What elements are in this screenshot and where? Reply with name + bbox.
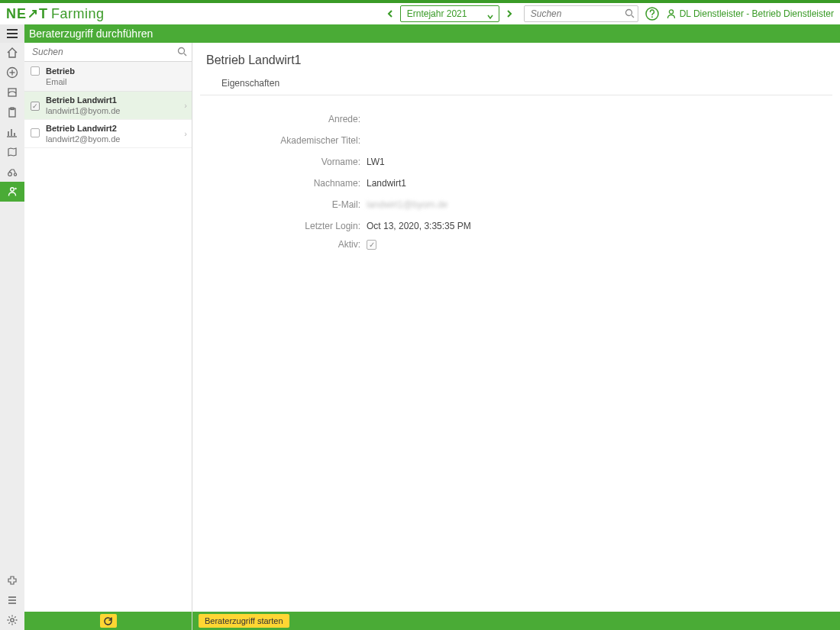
nav-machinery-icon[interactable] <box>0 162 24 182</box>
menu-toggle-button[interactable] <box>0 24 24 43</box>
refresh-button[interactable] <box>100 614 117 628</box>
year-select-label: Erntejahr 2021 <box>407 6 467 21</box>
label-vorname: Vorname: <box>206 157 367 167</box>
value-email: landwirt1@byom.de <box>367 199 447 210</box>
year-navigation: Erntejahr 2021 <box>383 5 516 22</box>
label-email: E-Mail: <box>206 199 367 210</box>
list-header-secondary: Email <box>46 77 75 86</box>
label-aktiv: Aktiv: <box>206 239 367 250</box>
svg-line-1 <box>632 15 634 18</box>
nav-field-icon[interactable] <box>0 82 24 102</box>
row-name: Betrieb Landwirt2 <box>46 124 120 133</box>
row-email: landwirt2@byom.de <box>46 134 120 144</box>
nav-chart-icon[interactable] <box>0 122 24 142</box>
list-search <box>24 43 192 62</box>
nav-clipboard-icon[interactable] <box>0 102 24 122</box>
nav-add-icon[interactable] <box>0 63 24 82</box>
value-nachname: Landwirt1 <box>367 178 406 189</box>
list-row[interactable]: Betrieb Landwirt2 landwirt2@byom.de › <box>24 120 192 148</box>
detail-title: Betrieb Landwirt1 <box>192 43 840 73</box>
year-select[interactable]: Erntejahr 2021 <box>400 5 499 22</box>
list-footer <box>24 612 192 630</box>
list-header: Betrieb Email <box>24 62 192 92</box>
label-nachname: Nachname: <box>206 178 367 189</box>
chevron-right-icon: › <box>184 129 187 138</box>
start-advisor-button[interactable]: Beraterzugriff starten <box>199 614 289 628</box>
user-menu[interactable]: DL Dienstleister - Betrieb Dienstleister <box>666 8 834 19</box>
list-panel: Betrieb Email Betrieb Landwirt1 landwirt… <box>24 43 192 630</box>
search-icon <box>625 8 635 21</box>
row-checkbox[interactable] <box>31 102 40 111</box>
svg-point-25 <box>11 619 14 622</box>
row-email: landwirt1@byom.de <box>46 106 120 115</box>
svg-point-19 <box>14 173 16 176</box>
label-titel: Akademischer Titel: <box>206 135 367 146</box>
svg-point-4 <box>669 10 673 14</box>
select-all-checkbox[interactable] <box>31 66 40 76</box>
active-checkbox <box>367 240 376 250</box>
label-anrede: Anrede: <box>206 114 367 124</box>
list-search-input[interactable] <box>24 43 192 61</box>
brand-text-2: T <box>39 6 48 22</box>
detail-panel: Betrieb Landwirt1 Eigenschaften Anrede: … <box>192 43 840 630</box>
value-vorname: LW1 <box>367 157 385 167</box>
global-search <box>524 5 638 22</box>
value-login: Oct 13, 2020, 3:35:35 PM <box>367 221 471 231</box>
nav-home-icon[interactable] <box>0 43 24 63</box>
brand-text-1: NE <box>6 6 27 22</box>
svg-line-27 <box>184 53 186 56</box>
list-header-primary: Betrieb <box>46 66 75 76</box>
svg-point-3 <box>651 16 653 18</box>
year-prev-button[interactable] <box>383 7 397 21</box>
svg-point-18 <box>8 173 12 176</box>
row-name: Betrieb Landwirt1 <box>46 95 120 105</box>
nav-rail <box>0 43 24 630</box>
row-checkbox[interactable] <box>31 128 40 137</box>
user-icon <box>666 8 677 19</box>
svg-point-20 <box>11 188 15 192</box>
user-label: DL Dienstleister - Betrieb Dienstleister <box>680 8 834 19</box>
chevron-right-icon: › <box>184 101 187 110</box>
nav-plugin-icon[interactable] <box>0 570 24 590</box>
properties-form: Anrede: Akademischer Titel: Vorname: LW1… <box>192 95 840 279</box>
page-title: Beraterzugriff durchführen <box>24 27 153 40</box>
help-button[interactable] <box>645 6 660 21</box>
list-row[interactable]: Betrieb Landwirt1 landwirt1@byom.de › <box>24 92 192 120</box>
brand-text-3: Farming <box>51 6 105 22</box>
nav-map-icon[interactable] <box>0 142 24 162</box>
svg-point-26 <box>179 48 185 54</box>
title-bar: Beraterzugriff durchführen <box>0 24 840 43</box>
brand-logo: NE T Farming <box>6 6 105 22</box>
year-next-button[interactable] <box>502 7 516 21</box>
global-search-input[interactable] <box>524 5 638 22</box>
svg-point-0 <box>625 10 632 16</box>
chevron-down-icon <box>486 10 494 25</box>
top-bar: NE T Farming Erntejahr 2021 DL Dienstlei… <box>0 3 840 24</box>
nav-advisor-icon[interactable] <box>0 182 24 202</box>
brand-arrow-icon <box>27 8 38 19</box>
search-icon <box>177 47 187 59</box>
section-title: Eigenschaften <box>200 73 832 95</box>
svg-point-21 <box>15 188 16 189</box>
nav-list-icon[interactable] <box>0 590 24 610</box>
label-login: Letzter Login: <box>206 221 367 231</box>
nav-settings-icon[interactable] <box>0 610 24 630</box>
detail-footer: Beraterzugriff starten <box>192 612 840 630</box>
